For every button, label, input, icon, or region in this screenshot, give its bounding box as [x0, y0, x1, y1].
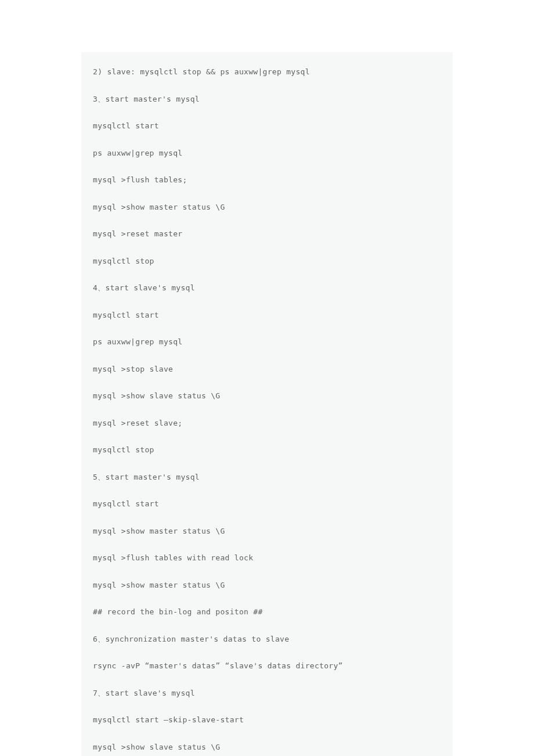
code-line: mysqlctl start	[81, 120, 453, 132]
code-line: mysqlctl stop	[81, 255, 453, 267]
code-line: rsync -avP “master's datas” “slave's dat…	[81, 660, 453, 672]
code-line: mysql >reset slave;	[81, 417, 453, 429]
code-line: mysqlctl start	[81, 498, 453, 510]
code-line: mysqlctl start –skip-slave-start	[81, 714, 453, 726]
code-line: mysql >show master status \G	[81, 579, 453, 591]
code-line: mysql >show slave status \G	[81, 741, 453, 753]
code-line: 3、start master's mysql	[81, 93, 453, 105]
code-line: mysql >flush tables;	[81, 174, 453, 186]
code-line: 6、synchronization master's datas to slav…	[81, 633, 453, 645]
code-block: 2) slave: mysqlctl stop && ps auxww|grep…	[81, 52, 453, 756]
code-line: mysqlctl stop	[81, 444, 453, 456]
code-line: mysql >reset master	[81, 228, 453, 240]
code-line: mysql >flush tables with read lock	[81, 552, 453, 564]
code-line: mysql >show master status \G	[81, 201, 453, 213]
code-line: mysql >show master status \G	[81, 525, 453, 537]
code-line: 2) slave: mysqlctl stop && ps auxww|grep…	[81, 66, 453, 78]
code-line: mysql >stop slave	[81, 363, 453, 375]
code-line: 5、start master's mysql	[81, 471, 453, 483]
code-line: ps auxww|grep mysql	[81, 147, 453, 159]
code-line: 4、start slave's mysql	[81, 282, 453, 294]
code-line: 7、start slave's mysql	[81, 687, 453, 699]
code-line: ps auxww|grep mysql	[81, 336, 453, 348]
code-line: ## record the bin-log and positon ##	[81, 606, 453, 618]
code-line: mysqlctl start	[81, 309, 453, 321]
code-line: mysql >show slave status \G	[81, 390, 453, 402]
